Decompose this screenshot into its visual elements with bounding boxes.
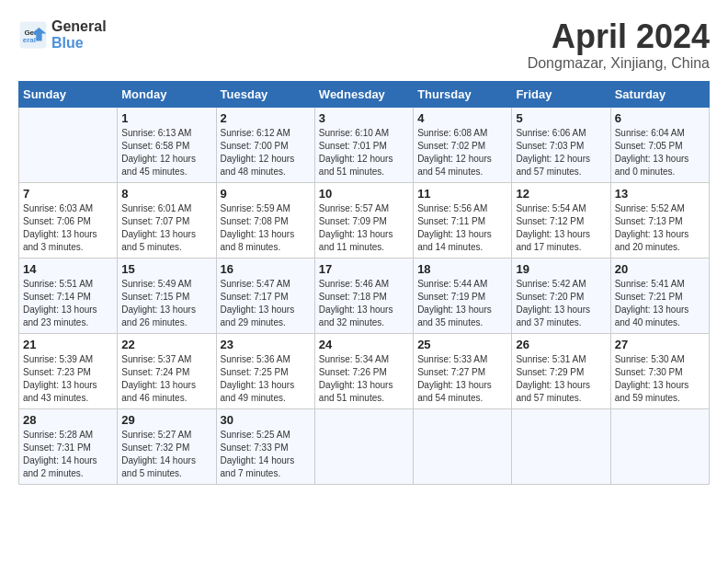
calendar-week-1: 1Sunrise: 6:13 AMSunset: 6:58 PMDaylight… — [19, 107, 710, 182]
calendar-cell: 17Sunrise: 5:46 AMSunset: 7:18 PMDayligh… — [314, 258, 413, 333]
calendar-cell: 27Sunrise: 5:30 AMSunset: 7:30 PMDayligh… — [610, 333, 709, 408]
calendar-cell: 7Sunrise: 6:03 AMSunset: 7:06 PMDaylight… — [19, 182, 118, 258]
day-info: Sunrise: 6:01 AMSunset: 7:07 PMDaylight:… — [121, 202, 211, 254]
calendar-cell: 21Sunrise: 5:39 AMSunset: 7:23 PMDayligh… — [19, 333, 118, 408]
day-number: 20 — [615, 262, 705, 276]
svg-text:eral: eral — [23, 36, 36, 44]
day-number: 9 — [221, 187, 311, 201]
day-info: Sunrise: 5:37 AMSunset: 7:24 PMDaylight:… — [121, 353, 211, 405]
day-number: 2 — [221, 111, 311, 125]
month-title: April 2024 — [528, 18, 710, 55]
day-number: 14 — [23, 262, 113, 276]
day-number: 22 — [121, 338, 211, 351]
calendar-cell: 28Sunrise: 5:28 AMSunset: 7:31 PMDayligh… — [19, 408, 118, 484]
day-info: Sunrise: 6:06 AMSunset: 7:03 PMDaylight:… — [516, 127, 606, 178]
day-info: Sunrise: 5:52 AMSunset: 7:13 PMDaylight:… — [615, 202, 705, 254]
day-number: 18 — [417, 262, 507, 276]
day-info: Sunrise: 6:10 AMSunset: 7:01 PMDaylight:… — [319, 127, 409, 178]
day-info: Sunrise: 5:33 AMSunset: 7:27 PMDaylight:… — [417, 353, 507, 405]
logo-icon: Gen eral — [18, 20, 48, 50]
day-info: Sunrise: 5:51 AMSunset: 7:14 PMDaylight:… — [23, 278, 113, 329]
day-number: 21 — [23, 338, 113, 351]
day-number: 3 — [319, 111, 409, 125]
calendar-cell: 22Sunrise: 5:37 AMSunset: 7:24 PMDayligh… — [118, 333, 216, 408]
title-area: April 2024 Dongmazar, Xinjiang, China — [528, 18, 710, 72]
day-info: Sunrise: 5:28 AMSunset: 7:31 PMDaylight:… — [23, 429, 113, 480]
day-number: 8 — [121, 187, 211, 201]
day-number: 10 — [319, 187, 409, 201]
day-info: Sunrise: 5:49 AMSunset: 7:15 PMDaylight:… — [121, 278, 211, 329]
day-info: Sunrise: 5:31 AMSunset: 7:29 PMDaylight:… — [516, 353, 606, 405]
calendar-cell: 26Sunrise: 5:31 AMSunset: 7:29 PMDayligh… — [512, 333, 610, 408]
day-number: 26 — [516, 338, 606, 351]
day-info: Sunrise: 5:57 AMSunset: 7:09 PMDaylight:… — [319, 202, 409, 254]
logo: Gen eral General Blue — [18, 18, 107, 51]
calendar-cell — [314, 408, 413, 484]
header-thursday: Thursday — [414, 81, 512, 107]
day-info: Sunrise: 5:41 AMSunset: 7:21 PMDaylight:… — [615, 278, 705, 329]
header: Gen eral General Blue April 2024 Dongmaz… — [18, 18, 710, 72]
day-number: 25 — [417, 338, 507, 351]
calendar-cell — [19, 107, 118, 182]
day-number: 17 — [319, 262, 409, 276]
calendar-cell: 4Sunrise: 6:08 AMSunset: 7:02 PMDaylight… — [414, 107, 512, 182]
location-title: Dongmazar, Xinjiang, China — [528, 55, 710, 72]
calendar-cell: 29Sunrise: 5:27 AMSunset: 7:32 PMDayligh… — [118, 408, 216, 484]
calendar-week-4: 21Sunrise: 5:39 AMSunset: 7:23 PMDayligh… — [19, 333, 710, 408]
logo-text: General Blue — [51, 18, 107, 51]
calendar-week-2: 7Sunrise: 6:03 AMSunset: 7:06 PMDaylight… — [19, 182, 710, 258]
calendar-cell: 11Sunrise: 5:56 AMSunset: 7:11 PMDayligh… — [414, 182, 512, 258]
calendar-week-3: 14Sunrise: 5:51 AMSunset: 7:14 PMDayligh… — [19, 258, 710, 333]
day-info: Sunrise: 5:27 AMSunset: 7:32 PMDaylight:… — [121, 429, 211, 480]
calendar-cell: 5Sunrise: 6:06 AMSunset: 7:03 PMDaylight… — [512, 107, 610, 182]
day-info: Sunrise: 6:08 AMSunset: 7:02 PMDaylight:… — [417, 127, 507, 178]
day-info: Sunrise: 5:36 AMSunset: 7:25 PMDaylight:… — [221, 353, 311, 405]
calendar-cell: 13Sunrise: 5:52 AMSunset: 7:13 PMDayligh… — [610, 182, 709, 258]
header-monday: Monday — [118, 81, 216, 107]
day-number: 15 — [121, 262, 211, 276]
day-info: Sunrise: 5:30 AMSunset: 7:30 PMDaylight:… — [615, 353, 705, 405]
calendar-cell: 30Sunrise: 5:25 AMSunset: 7:33 PMDayligh… — [216, 408, 314, 484]
calendar-cell: 24Sunrise: 5:34 AMSunset: 7:26 PMDayligh… — [314, 333, 413, 408]
day-number: 30 — [221, 413, 311, 427]
calendar-cell: 1Sunrise: 6:13 AMSunset: 6:58 PMDaylight… — [118, 107, 216, 182]
header-sunday: Sunday — [19, 81, 118, 107]
calendar-cell — [512, 408, 610, 484]
day-info: Sunrise: 6:13 AMSunset: 6:58 PMDaylight:… — [121, 127, 211, 178]
calendar-week-5: 28Sunrise: 5:28 AMSunset: 7:31 PMDayligh… — [19, 408, 710, 484]
calendar-header-row: SundayMondayTuesdayWednesdayThursdayFrid… — [19, 81, 710, 107]
day-number: 19 — [516, 262, 606, 276]
calendar-table: SundayMondayTuesdayWednesdayThursdayFrid… — [18, 81, 710, 485]
calendar-cell: 18Sunrise: 5:44 AMSunset: 7:19 PMDayligh… — [414, 258, 512, 333]
header-wednesday: Wednesday — [314, 81, 413, 107]
day-number: 29 — [121, 413, 211, 427]
calendar-cell: 10Sunrise: 5:57 AMSunset: 7:09 PMDayligh… — [314, 182, 413, 258]
calendar-cell: 16Sunrise: 5:47 AMSunset: 7:17 PMDayligh… — [216, 258, 314, 333]
calendar-cell — [610, 408, 709, 484]
calendar-cell: 15Sunrise: 5:49 AMSunset: 7:15 PMDayligh… — [118, 258, 216, 333]
day-info: Sunrise: 5:42 AMSunset: 7:20 PMDaylight:… — [516, 278, 606, 329]
calendar-cell: 12Sunrise: 5:54 AMSunset: 7:12 PMDayligh… — [512, 182, 610, 258]
calendar-cell: 3Sunrise: 6:10 AMSunset: 7:01 PMDaylight… — [314, 107, 413, 182]
day-info: Sunrise: 5:39 AMSunset: 7:23 PMDaylight:… — [23, 353, 113, 405]
day-number: 1 — [121, 111, 211, 125]
day-number: 23 — [221, 338, 311, 351]
calendar-cell — [414, 408, 512, 484]
calendar-cell: 23Sunrise: 5:36 AMSunset: 7:25 PMDayligh… — [216, 333, 314, 408]
day-number: 11 — [417, 187, 507, 201]
day-info: Sunrise: 5:59 AMSunset: 7:08 PMDaylight:… — [221, 202, 311, 254]
calendar-cell: 14Sunrise: 5:51 AMSunset: 7:14 PMDayligh… — [19, 258, 118, 333]
day-number: 16 — [221, 262, 311, 276]
day-number: 5 — [516, 111, 606, 125]
header-saturday: Saturday — [610, 81, 709, 107]
day-number: 24 — [319, 338, 409, 351]
day-number: 4 — [417, 111, 507, 125]
calendar-cell: 20Sunrise: 5:41 AMSunset: 7:21 PMDayligh… — [610, 258, 709, 333]
day-info: Sunrise: 5:34 AMSunset: 7:26 PMDaylight:… — [319, 353, 409, 405]
header-friday: Friday — [512, 81, 610, 107]
day-number: 13 — [615, 187, 705, 201]
calendar-cell: 6Sunrise: 6:04 AMSunset: 7:05 PMDaylight… — [610, 107, 709, 182]
day-info: Sunrise: 5:46 AMSunset: 7:18 PMDaylight:… — [319, 278, 409, 329]
day-info: Sunrise: 5:44 AMSunset: 7:19 PMDaylight:… — [417, 278, 507, 329]
day-info: Sunrise: 5:56 AMSunset: 7:11 PMDaylight:… — [417, 202, 507, 254]
